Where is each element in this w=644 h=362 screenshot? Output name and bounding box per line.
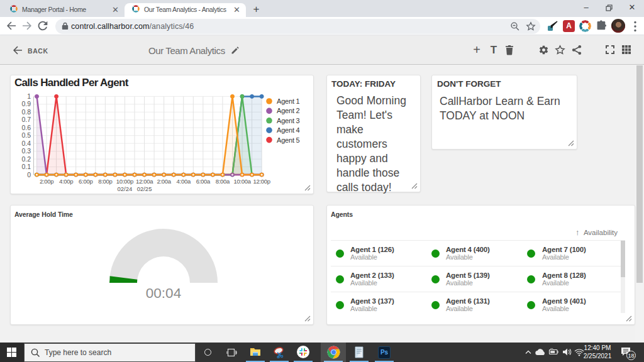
svg-text:2:00p: 2:00p	[40, 178, 53, 185]
svg-text:8:00p: 8:00p	[98, 178, 112, 185]
svg-text:10:00a: 10:00a	[233, 178, 251, 185]
svg-text:0.9: 0.9	[21, 100, 31, 107]
svg-text:2:00a: 2:00a	[157, 178, 172, 185]
svg-text:1: 1	[27, 92, 31, 100]
svg-text:Agent 1: Agent 1	[277, 97, 300, 105]
svg-text:Agent 3: Agent 3	[277, 117, 300, 124]
svg-text:6:00p: 6:00p	[79, 178, 92, 185]
svg-text:02/24: 02/24	[118, 185, 133, 192]
svg-text:6:00a: 6:00a	[196, 178, 211, 185]
svg-text:Agent 5: Agent 5	[277, 136, 300, 144]
svg-text:0.1: 0.1	[21, 163, 31, 170]
svg-text:02/25: 02/25	[137, 185, 152, 192]
svg-text:0.4: 0.4	[21, 140, 31, 147]
svg-text:12:00a: 12:00a	[136, 178, 153, 185]
svg-text:10:00p: 10:00p	[116, 178, 133, 185]
svg-text:8:00a: 8:00a	[216, 178, 230, 185]
svg-text:0.3: 0.3	[21, 147, 31, 155]
svg-text:Agent 4: Agent 4	[277, 126, 300, 134]
svg-text:0.5: 0.5	[21, 131, 31, 139]
svg-text:12:00p: 12:00p	[253, 178, 270, 185]
svg-text:4:00a: 4:00a	[177, 178, 191, 185]
svg-text:0.7: 0.7	[21, 116, 31, 123]
svg-text:0: 0	[27, 171, 31, 178]
svg-text:0.8: 0.8	[21, 108, 31, 116]
svg-text:Agent 2: Agent 2	[277, 107, 300, 114]
svg-text:0.6: 0.6	[21, 124, 31, 131]
svg-text:0.2: 0.2	[21, 155, 31, 163]
svg-text:4:00p: 4:00p	[59, 178, 73, 185]
